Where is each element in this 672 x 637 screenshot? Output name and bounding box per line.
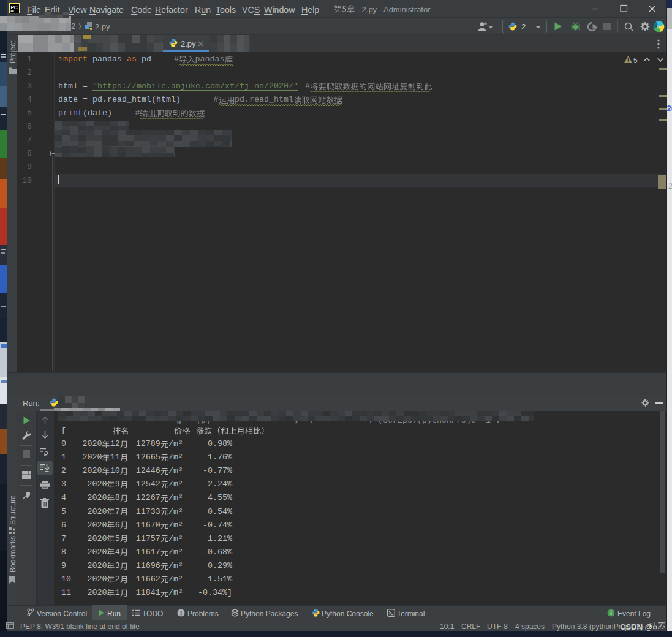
svg-text:PC: PC xyxy=(10,5,17,10)
